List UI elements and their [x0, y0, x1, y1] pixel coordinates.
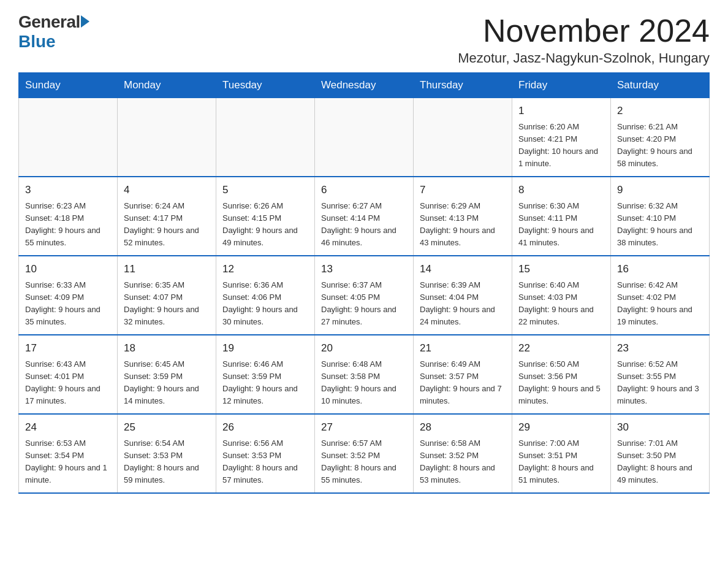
- col-header-monday: Monday: [118, 73, 216, 98]
- day-number: 4: [124, 182, 210, 198]
- calendar-cell: 15Sunrise: 6:40 AMSunset: 4:03 PMDayligh…: [512, 256, 611, 335]
- day-number: 23: [617, 340, 703, 356]
- day-info: Sunrise: 6:48 AMSunset: 3:58 PMDaylight:…: [321, 358, 407, 408]
- day-info: Sunrise: 6:30 AMSunset: 4:11 PMDaylight:…: [518, 200, 604, 250]
- day-number: 20: [321, 340, 407, 356]
- calendar-week-row: 24Sunrise: 6:53 AMSunset: 3:54 PMDayligh…: [19, 414, 710, 493]
- calendar-week-row: 17Sunrise: 6:43 AMSunset: 4:01 PMDayligh…: [19, 335, 710, 414]
- day-info: Sunrise: 6:58 AMSunset: 3:52 PMDaylight:…: [420, 437, 506, 487]
- day-info: Sunrise: 6:23 AMSunset: 4:18 PMDaylight:…: [25, 200, 111, 250]
- calendar-cell: 18Sunrise: 6:45 AMSunset: 3:59 PMDayligh…: [118, 335, 216, 414]
- calendar-cell: [216, 98, 315, 177]
- day-info: Sunrise: 6:26 AMSunset: 4:15 PMDaylight:…: [222, 200, 308, 250]
- logo-blue-text: Blue: [18, 32, 56, 52]
- calendar-cell: 24Sunrise: 6:53 AMSunset: 3:54 PMDayligh…: [19, 414, 118, 493]
- calendar-cell: 2Sunrise: 6:21 AMSunset: 4:20 PMDaylight…: [611, 98, 710, 177]
- calendar-cell: 17Sunrise: 6:43 AMSunset: 4:01 PMDayligh…: [19, 335, 118, 414]
- day-number: 26: [222, 419, 308, 435]
- col-header-thursday: Thursday: [414, 73, 512, 98]
- day-number: 25: [124, 419, 210, 435]
- col-header-tuesday: Tuesday: [216, 73, 315, 98]
- calendar-cell: [315, 98, 414, 177]
- calendar-cell: 23Sunrise: 6:52 AMSunset: 3:55 PMDayligh…: [611, 335, 710, 414]
- day-number: 8: [518, 182, 604, 198]
- day-info: Sunrise: 6:35 AMSunset: 4:07 PMDaylight:…: [124, 279, 210, 329]
- calendar-cell: 20Sunrise: 6:48 AMSunset: 3:58 PMDayligh…: [315, 335, 414, 414]
- day-info: Sunrise: 6:21 AMSunset: 4:20 PMDaylight:…: [617, 121, 703, 170]
- calendar-cell: 9Sunrise: 6:32 AMSunset: 4:10 PMDaylight…: [611, 177, 710, 256]
- day-info: Sunrise: 6:53 AMSunset: 3:54 PMDaylight:…: [25, 437, 111, 487]
- day-number: 15: [518, 261, 604, 277]
- month-title: November 2024: [458, 12, 710, 49]
- day-number: 30: [617, 419, 703, 435]
- calendar-cell: 11Sunrise: 6:35 AMSunset: 4:07 PMDayligh…: [118, 256, 216, 335]
- day-info: Sunrise: 7:01 AMSunset: 3:50 PMDaylight:…: [617, 437, 703, 487]
- calendar-cell: 21Sunrise: 6:49 AMSunset: 3:57 PMDayligh…: [414, 335, 512, 414]
- calendar-cell: 26Sunrise: 6:56 AMSunset: 3:53 PMDayligh…: [216, 414, 315, 493]
- day-info: Sunrise: 6:42 AMSunset: 4:02 PMDaylight:…: [617, 279, 703, 329]
- col-header-saturday: Saturday: [611, 73, 710, 98]
- title-block: November 2024 Mezotur, Jasz-Nagykun-Szol…: [458, 12, 710, 66]
- calendar-cell: 10Sunrise: 6:33 AMSunset: 4:09 PMDayligh…: [19, 256, 118, 335]
- logo-arrow-icon: [81, 15, 89, 28]
- day-info: Sunrise: 6:46 AMSunset: 3:59 PMDaylight:…: [222, 358, 308, 408]
- day-info: Sunrise: 6:50 AMSunset: 3:56 PMDaylight:…: [518, 358, 604, 408]
- calendar-cell: 5Sunrise: 6:26 AMSunset: 4:15 PMDaylight…: [216, 177, 315, 256]
- col-header-friday: Friday: [512, 73, 611, 98]
- calendar-cell: [414, 98, 512, 177]
- day-number: 21: [420, 340, 506, 356]
- day-number: 6: [321, 182, 407, 198]
- calendar-cell: 8Sunrise: 6:30 AMSunset: 4:11 PMDaylight…: [512, 177, 611, 256]
- day-number: 5: [222, 182, 308, 198]
- calendar-cell: 3Sunrise: 6:23 AMSunset: 4:18 PMDaylight…: [19, 177, 118, 256]
- calendar-cell: 13Sunrise: 6:37 AMSunset: 4:05 PMDayligh…: [315, 256, 414, 335]
- calendar-week-row: 3Sunrise: 6:23 AMSunset: 4:18 PMDaylight…: [19, 177, 710, 256]
- day-info: Sunrise: 6:33 AMSunset: 4:09 PMDaylight:…: [25, 279, 111, 329]
- header: General Blue November 2024 Mezotur, Jasz…: [18, 12, 710, 66]
- calendar-cell: 6Sunrise: 6:27 AMSunset: 4:14 PMDaylight…: [315, 177, 414, 256]
- calendar-header-row: SundayMondayTuesdayWednesdayThursdayFrid…: [19, 73, 710, 98]
- day-info: Sunrise: 6:32 AMSunset: 4:10 PMDaylight:…: [617, 200, 703, 250]
- day-info: Sunrise: 6:52 AMSunset: 3:55 PMDaylight:…: [617, 358, 703, 408]
- day-info: Sunrise: 6:57 AMSunset: 3:52 PMDaylight:…: [321, 437, 407, 487]
- calendar-cell: [118, 98, 216, 177]
- logo: General Blue: [18, 12, 89, 52]
- calendar-cell: 16Sunrise: 6:42 AMSunset: 4:02 PMDayligh…: [611, 256, 710, 335]
- day-info: Sunrise: 6:56 AMSunset: 3:53 PMDaylight:…: [222, 437, 308, 487]
- calendar-cell: 1Sunrise: 6:20 AMSunset: 4:21 PMDaylight…: [512, 98, 611, 177]
- logo-general-text: General: [18, 12, 80, 32]
- day-number: 11: [124, 261, 210, 277]
- day-number: 27: [321, 419, 407, 435]
- day-number: 22: [518, 340, 604, 356]
- day-info: Sunrise: 6:39 AMSunset: 4:04 PMDaylight:…: [420, 279, 506, 329]
- day-number: 10: [25, 261, 111, 277]
- calendar-cell: [19, 98, 118, 177]
- day-info: Sunrise: 6:24 AMSunset: 4:17 PMDaylight:…: [124, 200, 210, 250]
- day-number: 1: [518, 103, 604, 119]
- day-number: 3: [25, 182, 111, 198]
- col-header-wednesday: Wednesday: [315, 73, 414, 98]
- day-info: Sunrise: 6:27 AMSunset: 4:14 PMDaylight:…: [321, 200, 407, 250]
- calendar-cell: 25Sunrise: 6:54 AMSunset: 3:53 PMDayligh…: [118, 414, 216, 493]
- day-number: 19: [222, 340, 308, 356]
- day-number: 18: [124, 340, 210, 356]
- calendar-cell: 4Sunrise: 6:24 AMSunset: 4:17 PMDaylight…: [118, 177, 216, 256]
- calendar-cell: 28Sunrise: 6:58 AMSunset: 3:52 PMDayligh…: [414, 414, 512, 493]
- day-number: 14: [420, 261, 506, 277]
- col-header-sunday: Sunday: [19, 73, 118, 98]
- day-number: 29: [518, 419, 604, 435]
- day-info: Sunrise: 6:45 AMSunset: 3:59 PMDaylight:…: [124, 358, 210, 408]
- day-info: Sunrise: 6:20 AMSunset: 4:21 PMDaylight:…: [518, 121, 604, 170]
- day-info: Sunrise: 6:29 AMSunset: 4:13 PMDaylight:…: [420, 200, 506, 250]
- day-info: Sunrise: 6:43 AMSunset: 4:01 PMDaylight:…: [25, 358, 111, 408]
- calendar-cell: 7Sunrise: 6:29 AMSunset: 4:13 PMDaylight…: [414, 177, 512, 256]
- day-info: Sunrise: 7:00 AMSunset: 3:51 PMDaylight:…: [518, 437, 604, 487]
- day-info: Sunrise: 6:37 AMSunset: 4:05 PMDaylight:…: [321, 279, 407, 329]
- day-info: Sunrise: 6:40 AMSunset: 4:03 PMDaylight:…: [518, 279, 604, 329]
- day-number: 2: [617, 103, 703, 119]
- calendar-week-row: 1Sunrise: 6:20 AMSunset: 4:21 PMDaylight…: [19, 98, 710, 177]
- day-number: 28: [420, 419, 506, 435]
- day-number: 12: [222, 261, 308, 277]
- calendar-cell: 30Sunrise: 7:01 AMSunset: 3:50 PMDayligh…: [611, 414, 710, 493]
- day-number: 24: [25, 419, 111, 435]
